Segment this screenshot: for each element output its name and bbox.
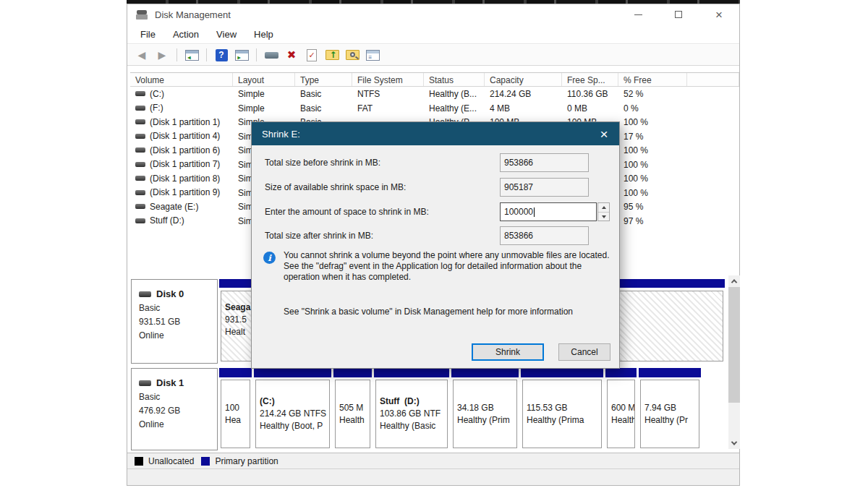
table-row[interactable]: (F:)SimpleBasicFATHealthy (E...4 MB0 MB0… [130,101,739,116]
cell-volume: (Disk 1 partition 1) [130,115,233,129]
disk-status: Online [139,419,217,429]
cell-volume: (F:) [130,101,233,116]
field-label-available-space: Size of available shrink space in MB: [265,182,406,192]
partition-line: Healthy (Pr [644,414,699,427]
partition-body[interactable]: 34.18 GBHealthy (Prim [453,380,517,448]
disk-label-1[interactable]: Disk 1Basic476.92 GBOnline [131,368,218,450]
partition-area: 100Hea(C:)214.24 GB NTFSHealthy (Boot, P… [219,368,701,450]
help-icon[interactable]: ? [213,47,230,63]
partition-color-strip [219,368,252,377]
console-icon[interactable] [263,47,280,63]
folder-glyph [346,50,359,60]
maximize-button[interactable] [658,4,699,25]
partition-body[interactable]: 100Hea [221,380,250,448]
window-glyph: ▸ [235,50,249,61]
shrink-button[interactable]: Shrink [472,343,544,361]
cell--free: 100 % [618,186,687,200]
column-header-volume[interactable]: Volume [130,73,233,86]
properties-icon[interactable]: ≡ [364,47,381,63]
disk-name: Disk 0 [156,288,184,299]
disk-block-1: Disk 1Basic476.92 GBOnline100Hea(C:)214.… [127,368,739,450]
menu-action[interactable]: Action [164,25,208,43]
menu-help[interactable]: Help [245,25,282,43]
back-icon[interactable]: ◀ [133,47,150,63]
disk-label-0[interactable]: Disk 0Basic931.51 GBOnline [131,279,218,364]
cell--free: 97 % [618,214,687,228]
shrink-amount-spinner [597,202,610,221]
volume-drive-icon [135,119,145,124]
dialog-close-button[interactable]: × [593,122,615,145]
partition-body[interactable]: 115.53 GBHealthy (Prima [522,380,602,448]
console-tree-icon[interactable]: ◂ [183,47,200,63]
window-glyph: ≡ [366,50,380,61]
volume-name: Seagate (E:) [150,202,198,212]
forward-arrow-glyph: ▶ [158,49,166,61]
column-header-type[interactable]: Type [295,73,352,86]
table-row[interactable]: (C:)SimpleBasicNTFSHealthy (B...214.24 G… [130,87,739,101]
partition[interactable]: Stuff (D:)103.86 GB NTFHealthy (Basic [374,368,449,450]
partition[interactable]: 7.94 GBHealthy (Pr [639,368,701,450]
partition-body[interactable]: 7.94 GBHealthy (Pr [640,380,699,448]
partition[interactable]: 505 MHealth [333,368,372,450]
cell-volume: (Disk 1 partition 6) [130,143,233,158]
legend-swatch [135,457,143,466]
spinner-down-button[interactable] [598,212,609,221]
column-header-status[interactable]: Status [424,73,485,86]
task-check-icon[interactable]: ✓ [303,47,320,63]
scroll-down-button[interactable] [728,437,740,449]
cancel-button[interactable]: Cancel [558,343,610,361]
volume-name: (Disk 1 partition 6) [150,145,220,155]
volume-drive-icon [135,190,145,195]
disk-icon [139,291,151,297]
partition-color-strip [254,368,331,377]
column-header-free-sp-[interactable]: Free Sp... [562,73,618,86]
column-header-layout[interactable]: Layout [233,73,295,86]
minimize-button[interactable] [618,4,658,25]
partition[interactable]: 34.18 GBHealthy (Prim [451,368,519,450]
partition[interactable]: 100Hea [219,368,252,450]
shrink-amount-input[interactable]: 100000 [500,202,597,221]
volume-drive-icon [135,134,145,139]
scroll-up-button[interactable] [728,275,740,287]
folder-up-icon[interactable]: ↑ [323,47,341,63]
volume-name: (C:) [150,89,164,99]
partition-line: Health [339,414,370,427]
column-header-capacity[interactable]: Capacity [485,73,562,86]
partition[interactable]: 115.53 GBHealthy (Prima [521,368,603,450]
partition-body[interactable]: 505 MHealth [335,380,370,448]
partition-body[interactable]: Stuff (D:)103.86 GB NTFHealthy (Basic [375,380,448,448]
partition-line: 214.24 GB NTFS [260,408,329,420]
close-icon: × [715,9,723,21]
partition[interactable]: (C:)214.24 GB NTFSHealthy (Boot, P [254,368,331,450]
folder-search-icon[interactable] [344,47,361,63]
graphic-scrollbar[interactable] [728,275,740,449]
cell--free: 52 % [618,87,687,101]
menu-file[interactable]: File [132,25,164,43]
partition-body[interactable]: 600 MIHealth [607,380,635,448]
cell-type: Basic [295,87,352,101]
cell-volume: (Disk 1 partition 4) [130,129,233,144]
cell-status: Healthy (E... [424,101,485,116]
menu-view[interactable]: View [208,25,245,43]
action-pane-icon[interactable]: ▸ [233,47,250,63]
forward-icon[interactable]: ▶ [153,47,171,63]
close-button[interactable]: × [699,4,739,25]
question-glyph: ? [216,49,228,61]
column-header--free[interactable]: % Free [618,73,687,86]
cell-volume: (C:) [130,87,233,101]
partition-line: Healthy (Basic [380,420,447,432]
partition-body[interactable]: (C:)214.24 GB NTFSHealthy (Boot, P [255,380,330,448]
partition[interactable]: 600 MIHealth [605,368,637,450]
cell-type: Basic [295,101,352,116]
legend-item-primary-partition: Primary partition [201,456,278,466]
volume-drive-icon [135,204,145,209]
partition-line: Healthy (Boot, P [260,420,329,432]
volume-name: (Disk 1 partition 1) [150,117,220,127]
partition-line: 115.53 GB [527,402,601,414]
field-label-total-before: Total size before shrink in MB: [265,158,380,168]
cell-capacity: 4 MB [485,101,562,116]
column-header-file-system[interactable]: File System [352,73,424,86]
delete-volume-icon[interactable]: ✖ [283,47,300,63]
scrollbar-thumb[interactable] [728,287,740,403]
spinner-up-button[interactable] [598,203,609,212]
